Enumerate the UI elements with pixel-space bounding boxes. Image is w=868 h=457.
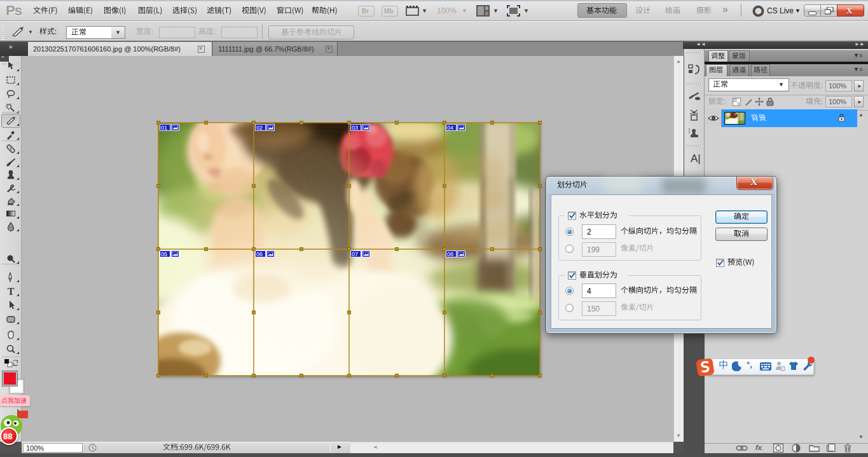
svg-text:T: T	[8, 286, 15, 297]
